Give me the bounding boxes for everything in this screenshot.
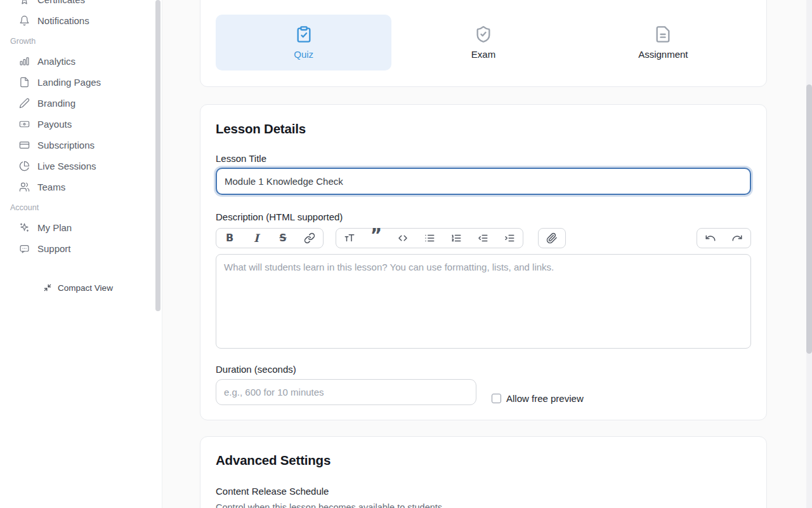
link-button[interactable]	[296, 229, 323, 248]
sidebar-item-payouts[interactable]: Payouts	[0, 114, 154, 135]
sidebar-item-landing-pages[interactable]: Landing Pages	[0, 72, 154, 93]
code-button[interactable]	[390, 229, 416, 248]
toolbar-group-1: BIS	[216, 228, 324, 248]
duration-input[interactable]	[216, 379, 476, 405]
description-label: Description (HTML supported)	[216, 212, 751, 222]
content-release-help: Control when this lesson becomes availab…	[216, 502, 751, 508]
blockquote-icon: ”	[370, 234, 382, 243]
sidebar-item-label: Certificates	[37, 0, 85, 5]
redo-icon	[731, 232, 743, 244]
lesson-title-input[interactable]	[216, 168, 751, 195]
clipboard-check-icon	[295, 25, 313, 43]
sidebar-item-branding[interactable]: Branding	[0, 93, 154, 114]
sidebar-item-label: Live Sessions	[37, 161, 96, 171]
sidebar-scrollbar-thumb[interactable]	[155, 0, 160, 311]
sidebar-item-certificates[interactable]: Certificates	[0, 0, 154, 10]
sidebar-item-subscriptions[interactable]: Subscriptions	[0, 135, 154, 156]
toolbar-group-3	[538, 228, 566, 248]
link-icon	[304, 232, 315, 244]
indent-icon	[504, 232, 515, 244]
toolbar-group-2: ”	[336, 228, 523, 248]
undo-icon	[705, 232, 716, 244]
blockquote-button[interactable]: ”	[363, 229, 390, 248]
sidebar-item-label: Teams	[37, 182, 65, 192]
sidebar-section-growth: Growth	[0, 31, 154, 51]
bold-button[interactable]: B	[216, 229, 243, 248]
sidebar-item-label: Subscriptions	[37, 140, 95, 150]
duration-row: Allow free preview	[216, 379, 751, 405]
italic-button[interactable]: I	[243, 229, 270, 248]
sidebar-item-label: Support	[37, 243, 71, 254]
lesson-type-selector: QuizExamAssignment	[216, 15, 751, 70]
advanced-settings-card: Advanced Settings Content Release Schedu…	[200, 436, 767, 508]
shield-check-icon	[475, 25, 492, 43]
lesson-type-assignment[interactable]: Assignment	[575, 15, 751, 70]
undo-button[interactable]	[697, 229, 724, 248]
lesson-type-quiz[interactable]: Quiz	[216, 15, 391, 70]
free-preview-checkbox[interactable]	[492, 394, 501, 403]
ordered-list-button[interactable]	[443, 229, 469, 248]
file-icon	[19, 77, 30, 88]
sidebar-section-account: Account	[0, 197, 154, 217]
lesson-details-card: Lesson Details Lesson Title Description …	[200, 104, 767, 420]
bar-chart-icon	[19, 56, 30, 67]
sidebar-item-label: Notifications	[37, 15, 89, 26]
certificate-icon	[19, 0, 30, 5]
banknote-icon	[19, 119, 30, 130]
lesson-type-exam[interactable]: Exam	[395, 15, 571, 70]
sidebar-item-live-sessions[interactable]: Live Sessions	[0, 156, 154, 177]
strikethrough-icon: S	[279, 233, 287, 243]
lesson-type-card: QuizExamAssignment	[200, 0, 767, 87]
sparkles-icon	[19, 222, 30, 233]
sidebar-item-label: Analytics	[37, 56, 75, 67]
code-icon	[397, 232, 409, 244]
window-scrollbar-thumb[interactable]	[806, 84, 812, 354]
bullet-list-icon	[424, 232, 435, 244]
sidebar-item-analytics[interactable]: Analytics	[0, 51, 154, 72]
outdent-icon	[477, 232, 488, 244]
text-size-icon	[344, 232, 355, 244]
lesson-type-label: Exam	[471, 49, 495, 60]
description-textarea[interactable]	[216, 254, 751, 349]
attachment-icon	[546, 232, 558, 244]
strikethrough-button[interactable]: S	[270, 229, 296, 248]
bullet-list-button[interactable]	[416, 229, 443, 248]
bold-icon: B	[226, 233, 233, 243]
sidebar-item-label: Payouts	[37, 119, 72, 130]
lesson-type-label: Assignment	[638, 49, 688, 60]
attachment-button[interactable]	[539, 229, 565, 248]
free-preview-label: Allow free preview	[506, 393, 584, 404]
credit-card-icon	[19, 140, 30, 150]
sidebar-item-teams[interactable]: Teams	[0, 177, 154, 197]
ordered-list-icon	[450, 232, 462, 244]
sidebar-item-support[interactable]: Support	[0, 238, 154, 259]
sidebar-item-label: Branding	[37, 98, 75, 109]
lesson-title-label: Lesson Title	[216, 154, 751, 163]
bell-icon	[19, 15, 30, 26]
italic-icon: I	[254, 233, 259, 244]
message-icon	[19, 243, 30, 254]
sidebar-item-my-plan[interactable]: My Plan	[0, 217, 154, 238]
lesson-type-label: Quiz	[294, 49, 313, 60]
lesson-details-heading: Lesson Details	[216, 122, 751, 135]
file-lines-icon	[654, 25, 672, 43]
sidebar-item-label: Landing Pages	[37, 77, 101, 88]
pie-chart-icon	[19, 161, 30, 171]
compact-view-button[interactable]: Compact View	[0, 279, 156, 296]
advanced-settings-heading: Advanced Settings	[216, 453, 751, 467]
sidebar: CertificatesNotificationsGrowthAnalytics…	[0, 0, 162, 508]
redo-button[interactable]	[724, 229, 750, 248]
users-icon	[19, 182, 30, 192]
compact-view-icon	[43, 283, 52, 292]
free-preview-toggle[interactable]: Allow free preview	[492, 393, 584, 404]
editor-toolbar: BIS”	[216, 228, 751, 248]
indent-button[interactable]	[496, 229, 523, 248]
text-size-button[interactable]	[336, 229, 363, 248]
outdent-button[interactable]	[469, 229, 496, 248]
sidebar-nav: CertificatesNotificationsGrowthAnalytics…	[0, 0, 154, 259]
compact-view-label: Compact View	[58, 283, 113, 293]
toolbar-group-history	[697, 228, 751, 248]
sidebar-item-notifications[interactable]: Notifications	[0, 10, 154, 31]
sidebar-item-label: My Plan	[37, 222, 72, 233]
brush-icon	[19, 98, 30, 109]
